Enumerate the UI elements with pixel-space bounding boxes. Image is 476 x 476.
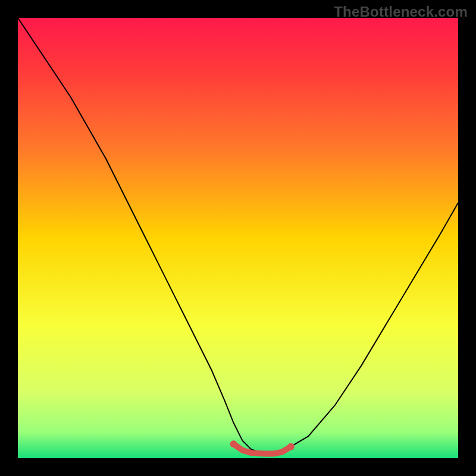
range-endpoint-dot — [287, 443, 295, 450]
range-endpoint-dot — [230, 440, 237, 447]
plot-area — [18, 18, 458, 458]
watermark-text: TheBottleneck.com — [334, 4, 468, 20]
chart-frame: TheBottleneck.com — [0, 0, 476, 476]
chart-svg — [18, 18, 458, 458]
gradient-background — [18, 18, 458, 458]
